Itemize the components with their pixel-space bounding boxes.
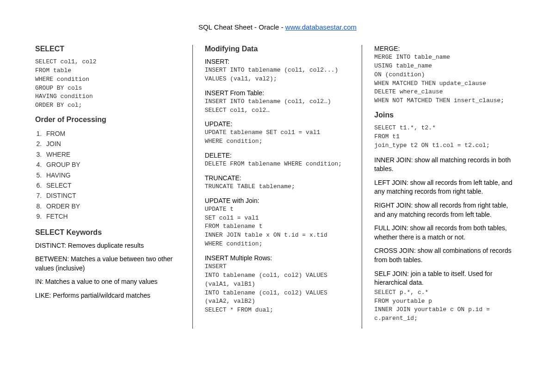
insert-code: INSERT INTO tablename (col1, col2...) VA… [205, 66, 350, 84]
right-join-desc: RIGHT JOIN: show all records from right … [374, 201, 520, 219]
delete-code: DELETE FROM tablename WHERE condition; [205, 160, 350, 169]
column-3: MERGE: MERGE INTO table_name USING table… [362, 45, 532, 329]
list-item: HAVING [43, 170, 180, 180]
truncate-label: TRUNCATE: [205, 174, 350, 182]
title-link[interactable]: www.databasestar.com [285, 23, 357, 31]
inner-join-desc: INNER JOIN: show all matching records in… [374, 156, 520, 174]
left-join-desc: LEFT JOIN: show all records from left ta… [374, 178, 520, 196]
kw-between: BETWEEN: Matches a value between two oth… [35, 255, 180, 273]
column-2: Modifying Data INSERT: INSERT INTO table… [193, 45, 363, 329]
full-join-desc: FULL JOIN: show all records from both ta… [374, 224, 520, 242]
kw-in: IN: Matches a value to one of many value… [35, 277, 180, 287]
list-item: ORDER BY [43, 201, 180, 211]
select-keywords-heading: SELECT Keywords [35, 228, 180, 237]
merge-code: MERGE INTO table_name USING table_name O… [374, 53, 520, 105]
kw-like: LIKE: Performs partial/wildcard matches [35, 291, 180, 300]
update-with-join-label: UPDATE with Join: [205, 197, 350, 204]
delete-label: DELETE: [205, 152, 350, 159]
list-item: WHERE [43, 149, 180, 159]
insert-multiple-rows-label: INSERT Multiple Rows: [205, 254, 350, 262]
column-1: SELECT SELECT col1, col2 FROM table WHER… [23, 45, 193, 329]
joins-code: SELECT t1.*, t2.* FROM t1 join_type t2 O… [374, 124, 520, 150]
columns-container: SELECT SELECT col1, col2 FROM table WHER… [23, 45, 532, 329]
list-item: FROM [43, 129, 180, 139]
order-of-processing-heading: Order of Processing [35, 116, 180, 124]
update-code: UPDATE tablename SET col1 = val1 WHERE c… [205, 129, 350, 146]
update-with-join-code: UPDATE t SET col1 = val1 FROM tablename … [205, 205, 350, 249]
insert-from-table-label: INSERT From Table: [205, 89, 350, 97]
cross-join-desc: CROSS JOIN: show all combinations of rec… [374, 246, 520, 264]
list-item: FETCH [43, 211, 180, 221]
merge-label: MERGE: [374, 45, 520, 52]
list-item: DISTINCT [43, 190, 180, 201]
insert-label: INSERT: [205, 58, 350, 65]
insert-multiple-rows-code: INSERT INTO tablename (col1, col2) VALUE… [205, 263, 350, 315]
insert-from-table-code: INSERT INTO tablename (col1, col2…) SELE… [205, 98, 350, 115]
select-code: SELECT col1, col2 FROM table WHERE condi… [35, 58, 180, 110]
title-prefix: SQL Cheat Sheet - Oracle - [198, 23, 285, 31]
self-join-code: SELECT p.*, c.* FROM yourtable p INNER J… [374, 288, 520, 323]
joins-heading: Joins [374, 111, 520, 119]
page-title: SQL Cheat Sheet - Oracle - www.databases… [23, 23, 532, 31]
update-label: UPDATE: [205, 120, 350, 128]
list-item: SELECT [43, 180, 180, 190]
select-heading: SELECT [35, 45, 180, 53]
list-item: JOIN [43, 139, 180, 149]
order-of-processing-list: FROM JOIN WHERE GROUP BY HAVING SELECT D… [43, 129, 180, 222]
kw-distinct: DISTINCT: Removes duplicate results [35, 241, 180, 251]
list-item: GROUP BY [43, 159, 180, 170]
self-join-desc: SELF JOIN: join a table to itself. Used … [374, 270, 520, 288]
truncate-code: TRUNCATE TABLE tablename; [205, 183, 350, 191]
modifying-data-heading: Modifying Data [205, 45, 350, 53]
